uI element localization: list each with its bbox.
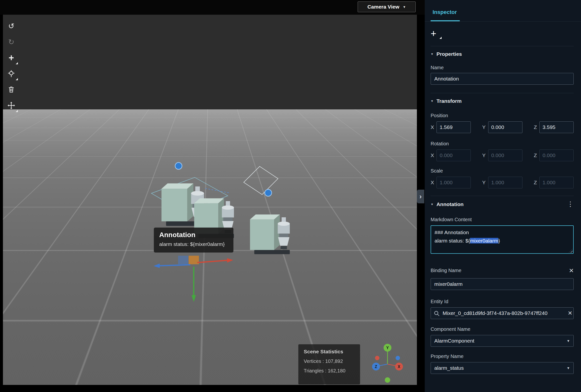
scene-statistics-vertices: Vertices : 107,892 [304, 359, 355, 364]
add-object-button[interactable]: + [4, 50, 18, 65]
axis-y-label: Y [482, 153, 486, 158]
scene-toolbar: ↺ ↻ + [4, 18, 18, 113]
annotation-overlay-body: alarm status: ${mixer0alarm} [159, 241, 228, 247]
annotation-overlay-title: Annotation [159, 231, 228, 239]
selection-handle[interactable] [175, 163, 182, 169]
position-y-input[interactable] [488, 121, 522, 133]
plus-icon: + [8, 53, 14, 63]
3d-viewport[interactable]: ↺ ↻ + Annotation [3, 15, 417, 385]
section-properties-header[interactable]: ▼ Properties [430, 49, 574, 59]
property-name-select[interactable]: alarm_status ▼ [430, 362, 574, 374]
axis-x-label: X [430, 153, 434, 158]
chevron-down-icon: ▼ [566, 366, 570, 370]
section-transform: ▼ Transform Position X Y Z Rotation [430, 93, 574, 196]
selection-dashed-edge [205, 189, 229, 193]
scene-statistics-triangles: Triangles : 162,180 [304, 368, 355, 374]
axis-x-label: X [430, 124, 434, 130]
scale-y-input [488, 177, 522, 189]
close-icon: × [568, 309, 572, 317]
scale-row: X Y Z [430, 177, 574, 189]
axis-z-label: Z [534, 153, 537, 158]
position-row: X Y Z [430, 121, 574, 133]
selected-text: mixer0alarm [470, 238, 498, 243]
section-title: Properties [436, 51, 462, 57]
axis-neg-y-dot [385, 377, 390, 383]
markdown-content-label: Markdown Content [430, 217, 574, 222]
rotation-x-input [436, 150, 471, 161]
undo-button[interactable]: ↺ [4, 18, 18, 33]
axis-neg-x-dot [375, 356, 380, 360]
markdown-line-2: alarm status: ${mixer0alarm} [434, 237, 570, 245]
translate-gizmo-y-arrow[interactable] [192, 267, 196, 302]
chevron-right-icon: › [419, 193, 422, 200]
scene-statistics-title: Scene Statistics [304, 349, 355, 355]
target-icon [7, 70, 15, 78]
scene-statistics-panel: Scene Statistics Vertices : 107,892 Tria… [298, 344, 360, 385]
rotation-row: X Y Z [430, 150, 574, 161]
inspector-panel: Inspector + ▼ Properties Name ▼ Transfor… [425, 0, 581, 392]
scale-x-input [436, 177, 471, 189]
name-label: Name [430, 65, 574, 70]
property-name-label: Property Name [430, 354, 574, 359]
section-annotation-header[interactable]: ▼ Annotation ⋮ [430, 198, 574, 210]
rotation-y-input [488, 150, 522, 161]
translate-gizmo-x-arrow[interactable] [197, 258, 233, 263]
component-name-label: Component Name [430, 326, 574, 332]
markdown-content-textarea[interactable]: ### Annotation alarm status: ${mixer0ala… [430, 225, 574, 254]
flyout-indicator-icon [16, 62, 18, 64]
tab-inspector[interactable]: Inspector [430, 9, 460, 21]
scale-z-input [539, 177, 574, 189]
add-component-button[interactable]: + [430, 27, 442, 40]
property-name-value: alarm_status [434, 365, 464, 371]
position-label: Position [430, 113, 574, 118]
markdown-line-1: ### Annotation [434, 228, 570, 237]
entity-id-input[interactable] [430, 307, 574, 319]
entity-id-label: Entity Id [430, 299, 574, 304]
inspector-tabbar: Inspector [425, 0, 581, 21]
selection-handle[interactable] [265, 190, 272, 196]
flyout-indicator-icon [16, 78, 18, 80]
position-x-input[interactable] [436, 121, 471, 133]
flyout-indicator-icon [16, 110, 18, 112]
position-z-input[interactable] [539, 121, 574, 133]
section-transform-header[interactable]: ▼ Transform [430, 96, 574, 106]
chevron-down-icon: ▼ [430, 202, 434, 206]
name-input[interactable] [430, 73, 574, 85]
axis-z-label: Z [375, 365, 377, 369]
annotation-frame-wireframe [244, 166, 278, 195]
camera-view-label: Camera View [368, 4, 399, 10]
chevron-down-icon: ▼ [403, 5, 406, 9]
anchor-tool-button[interactable] [4, 66, 18, 81]
binding-name-row: Binding Name × [430, 266, 574, 274]
redo-icon: ↻ [8, 38, 14, 46]
section-title: Transform [436, 98, 462, 104]
component-name-value: AlarmComponent [434, 338, 474, 344]
translate-gizmo-plane-handle[interactable] [178, 256, 188, 264]
redo-button[interactable]: ↻ [4, 34, 18, 49]
axis-y-label: Y [386, 346, 389, 350]
remove-binding-button[interactable]: × [569, 266, 574, 274]
mixer-model-3[interactable] [250, 214, 290, 254]
panel-collapse-handle[interactable]: › [417, 190, 424, 203]
section-properties: ▼ Properties Name [430, 46, 574, 93]
move-tool-button[interactable] [4, 98, 18, 113]
resize-grip[interactable] [569, 249, 573, 253]
axis-y-label: Y [482, 180, 486, 186]
binding-name-input[interactable] [430, 278, 574, 290]
trash-icon [8, 86, 15, 93]
camera-view-dropdown[interactable]: Camera View ▼ [358, 1, 416, 12]
axis-triad-gizmo[interactable]: Y X Z [369, 343, 408, 385]
axis-y-label: Y [482, 124, 486, 130]
scene-3d-overlay [3, 15, 417, 385]
component-name-select[interactable]: AlarmComponent ▼ [430, 335, 574, 347]
kebab-menu-icon[interactable]: ⋮ [567, 201, 574, 207]
undo-icon: ↺ [8, 22, 14, 30]
delete-button[interactable] [4, 82, 18, 97]
axis-neg-z-dot [396, 356, 400, 360]
annotation-overlay: Annotation alarm status: ${mixer0alarm} [154, 227, 234, 252]
axis-z-label: Z [534, 180, 537, 186]
chevron-down-icon: ▼ [430, 52, 434, 56]
rotation-z-input [539, 150, 574, 161]
clear-entity-button[interactable]: × [568, 309, 572, 317]
move-icon [7, 102, 15, 109]
